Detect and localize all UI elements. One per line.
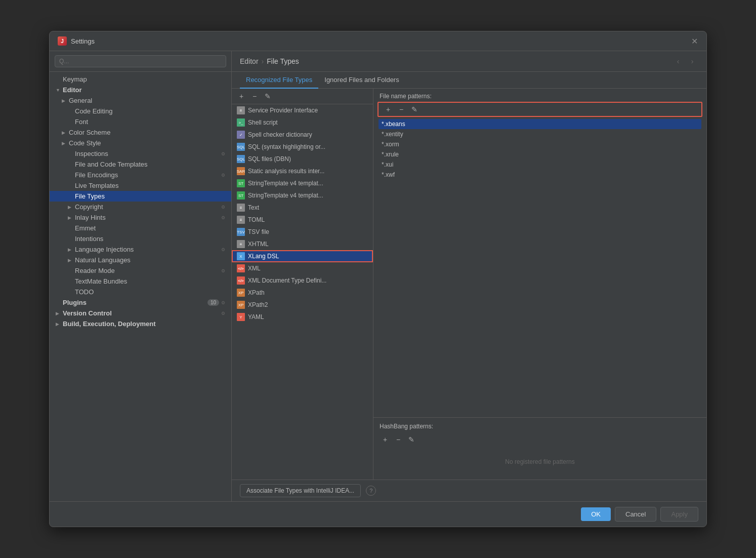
sidebar-label-inlay-hints: Inlay Hints [75,214,106,221]
sidebar-item-plugins[interactable]: Plugins 10 ⚙ [50,297,231,308]
pattern-item-xwf[interactable]: *.xwf [379,170,701,180]
sidebar-label-font: Font [75,118,88,126]
search-input[interactable] [55,55,226,67]
file-item-st4-1[interactable]: ST StringTemplate v4 templat... [232,177,373,189]
sidebar-item-color-scheme[interactable]: ▶ Color Scheme [50,127,231,138]
help-icon[interactable]: ? [366,486,376,496]
sidebar-item-textmate[interactable]: TextMate Bundles [50,276,231,287]
sidebar-item-code-style[interactable]: ▶ Code Style [50,138,231,148]
sidebar-label-li: Language Injections [75,246,134,253]
sidebar-item-keymap[interactable]: Keymap [50,74,231,85]
sidebar-tree: Keymap ▼ Editor ▶ General Code Editing F… [50,72,231,501]
sidebar-item-general[interactable]: ▶ General [50,95,231,106]
file-item-xlang[interactable]: X XLang DSL [232,250,373,262]
add-file-type-button[interactable]: + [236,91,247,102]
sidebar-item-code-editing[interactable]: Code Editing [50,106,231,116]
file-item-sql-dbn[interactable]: SQL SQL files (DBN) [232,153,373,165]
file-item-sar[interactable]: SAR Static analysis results inter... [232,165,373,177]
file-item-xhtml[interactable]: ≡ XHTML [232,238,373,250]
file-item-st4-2[interactable]: ST StringTemplate v4 templat... [232,189,373,202]
file-label-xpath: XPath [248,289,265,296]
file-icon-xhtml: ≡ [237,240,245,248]
file-item-text[interactable]: ≡ Text [232,202,373,214]
sidebar-label-build: Build, Execution, Deployment [63,320,155,328]
expand-arrow-nl: ▶ [68,258,73,263]
sidebar-item-file-types[interactable]: File Types [50,191,231,202]
tab-ignored[interactable]: Ignored Files and Folders [318,72,405,89]
sidebar: Keymap ▼ Editor ▶ General Code Editing F… [50,51,232,501]
file-item-toml[interactable]: ≡ TOML [232,214,373,226]
pattern-item-xui[interactable]: *.xui [379,160,701,170]
remove-pattern-button[interactable]: − [396,104,407,115]
file-item-xml-dtd[interactable]: </> XML Document Type Defini... [232,274,373,287]
apply-button[interactable]: Apply [660,507,698,522]
sidebar-item-inlay-hints[interactable]: ▶ Inlay Hints ⚙ [50,212,231,223]
sidebar-label-ce: Code Editing [75,107,112,115]
sidebar-item-font[interactable]: Font [50,116,231,127]
sidebar-item-reader-mode[interactable]: Reader Mode ⚙ [50,265,231,276]
file-item-xpath2[interactable]: XP XPath2 [232,299,373,311]
file-label-spi: Service Provider Interface [248,107,318,114]
settings-icon-rm: ⚙ [221,268,225,273]
pattern-item-xentity[interactable]: *.xentity [379,129,701,139]
sidebar-item-lang-injections[interactable]: ▶ Language Injections ⚙ [50,244,231,255]
remove-hashbang-button[interactable]: − [393,434,404,445]
cancel-button[interactable]: Cancel [615,507,656,522]
expand-arrow-li: ▶ [68,247,73,252]
sidebar-item-file-encodings[interactable]: File Encodings ⚙ [50,170,231,180]
sidebar-label-vc: Version Control [63,309,112,317]
settings-icon-ih: ⚙ [221,215,225,220]
main-content: Editor › File Types ‹ › Recognized File … [232,51,706,501]
pattern-item-xrule[interactable]: *.xrule [379,149,701,160]
expand-arrow-vc: ▶ [56,311,61,316]
app-icon: J [58,36,67,46]
remove-file-type-button[interactable]: − [249,91,260,102]
sidebar-item-inspections[interactable]: Inspections ⚙ [50,148,231,159]
file-item-spi[interactable]: ≡ Service Provider Interface [232,104,373,116]
sidebar-item-todo[interactable]: TODO [50,287,231,297]
add-pattern-button[interactable]: + [383,104,394,115]
associate-button[interactable]: Associate File Types with IntelliJ IDEA.… [240,484,361,497]
edit-hashbang-button[interactable]: ✎ [406,434,417,445]
expand-arrow-general: ▶ [62,98,67,103]
file-icon-yaml: Y [237,313,245,321]
sidebar-item-emmet[interactable]: Emmet [50,223,231,233]
settings-icon-inspections: ⚙ [221,151,225,156]
titlebar: J Settings ✕ [50,31,706,51]
sidebar-item-live-templates[interactable]: Live Templates [50,180,231,191]
file-icon-xpath: XP [237,289,245,297]
sidebar-item-copyright[interactable]: ▶ Copyright ⚙ [50,202,231,212]
sidebar-label-nl: Natural Languages [75,256,131,264]
sidebar-item-editor[interactable]: ▼ Editor [50,85,231,95]
file-label-sql-dbn: SQL files (DBN) [248,155,291,163]
file-item-shell[interactable]: >_ Shell script [232,116,373,129]
file-item-xpath[interactable]: XP XPath [232,287,373,299]
sidebar-label-lt: Live Templates [75,182,118,189]
edit-pattern-button[interactable]: ✎ [409,104,420,115]
file-item-yaml[interactable]: Y YAML [232,311,373,323]
file-label-shell: Shell script [248,119,278,126]
pattern-item-xorm[interactable]: *.xorm [379,139,701,149]
sidebar-label-copyright: Copyright [75,203,103,211]
file-item-tsv[interactable]: TSV TSV file [232,226,373,238]
sidebar-item-file-templates[interactable]: File and Code Templates [50,159,231,170]
file-item-spell[interactable]: ✓ Spell checker dictionary [232,129,373,141]
sidebar-item-build[interactable]: ▶ Build, Execution, Deployment [50,318,231,329]
add-hashbang-button[interactable]: + [380,434,391,445]
edit-file-type-button[interactable]: ✎ [262,91,273,102]
file-item-sql-hl[interactable]: SQL SQL (syntax highlighting or... [232,141,373,153]
sidebar-item-natural-lang[interactable]: ▶ Natural Languages [50,255,231,265]
sidebar-item-version-control[interactable]: ▶ Version Control ⚙ [50,308,231,318]
file-item-xml[interactable]: </> XML [232,262,373,274]
sidebar-item-intentions[interactable]: Intentions [50,233,231,244]
ok-button[interactable]: OK [581,507,611,521]
close-button[interactable]: ✕ [690,37,698,45]
nav-forward-button[interactable]: › [686,56,698,66]
dialog-title: Settings [71,37,95,45]
file-icon-sql-dbn: SQL [237,155,245,163]
sidebar-label-intentions: Intentions [75,235,103,243]
nav-back-button[interactable]: ‹ [672,56,684,66]
expand-arrow-cs: ▶ [62,130,67,135]
pattern-item-xbeans[interactable]: *.xbeans [379,119,701,129]
tab-recognized[interactable]: Recognized File Types [240,72,318,89]
